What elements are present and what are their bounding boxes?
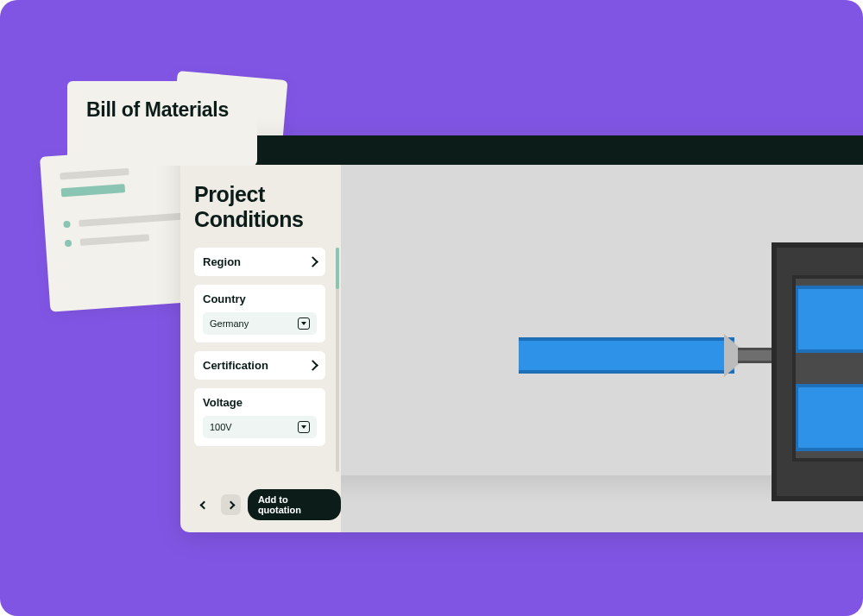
prev-button[interactable]	[194, 494, 214, 515]
scrollbar[interactable]	[336, 248, 339, 472]
add-to-quotation-button[interactable]: Add to quotation	[248, 489, 341, 520]
app-window: elfsquad Project Conditions Region	[180, 135, 863, 532]
chevron-right-icon	[307, 256, 318, 267]
section-region[interactable]: Region	[194, 248, 325, 276]
section-label: Certification	[203, 359, 268, 372]
section-label: Country	[203, 292, 246, 305]
machine-part	[519, 337, 734, 374]
bom-card: Bill of Materials	[67, 81, 257, 166]
section-label: Voltage	[203, 396, 243, 409]
3d-viewport[interactable]	[341, 165, 863, 532]
voltage-select[interactable]: 100V	[203, 416, 317, 438]
sidebar: Project Conditions Region Country	[180, 165, 341, 532]
next-button[interactable]	[221, 494, 241, 515]
bullet-icon	[65, 240, 72, 248]
placeholder-line	[60, 168, 129, 180]
page-title: Project Conditions	[194, 182, 341, 232]
chevron-right-icon	[226, 500, 235, 509]
dropdown-icon	[298, 317, 310, 330]
section-voltage: Voltage 100V	[194, 388, 325, 446]
section-certification[interactable]: Certification	[194, 351, 325, 380]
chevron-right-icon	[307, 360, 318, 371]
section-label: Region	[203, 255, 241, 268]
titlebar: elfsquad	[180, 135, 863, 165]
select-value: 100V	[210, 422, 232, 432]
dropdown-icon	[298, 421, 310, 433]
chevron-left-icon	[200, 500, 209, 509]
section-country: Country Germany	[194, 285, 325, 343]
select-value: Germany	[210, 318, 249, 329]
placeholder-line	[80, 234, 149, 246]
bullet-icon	[63, 221, 71, 229]
bom-title: Bill of Materials	[86, 98, 238, 122]
placeholder-line	[61, 184, 126, 197]
machine-part	[772, 242, 863, 501]
country-select[interactable]: Germany	[203, 312, 317, 335]
